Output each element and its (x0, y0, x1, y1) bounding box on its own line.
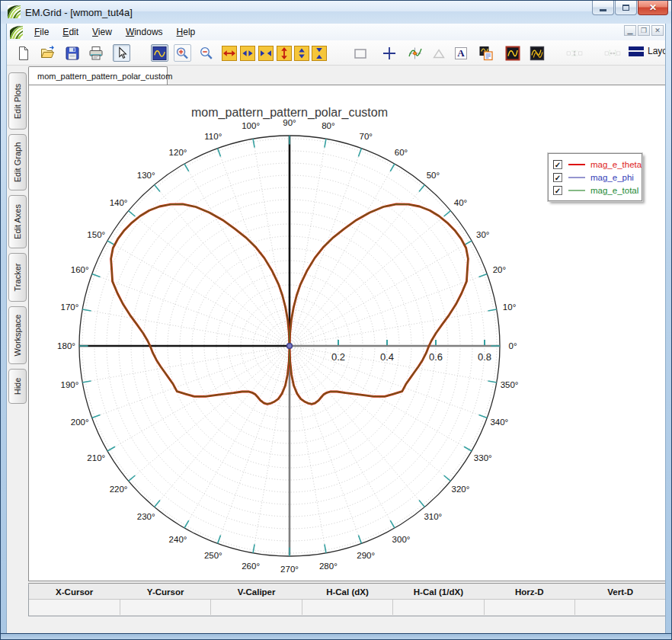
save-button[interactable] (63, 44, 81, 62)
angle-tick (92, 274, 101, 277)
legend-checkbox-mag_e_total[interactable]: ✓ (553, 186, 562, 195)
report-view-button[interactable] (477, 44, 494, 62)
arrows-out-x-button[interactable] (238, 44, 256, 62)
single-graph-button[interactable] (504, 44, 521, 62)
mdi-minimize-button[interactable]: ▁ (624, 25, 636, 36)
zoom-out-button[interactable] (197, 44, 215, 62)
tracker-point-button[interactable] (406, 44, 424, 62)
zoom-in-button[interactable] (174, 44, 191, 62)
draw-rectangle-button[interactable] (351, 44, 369, 62)
angle-label: 300° (392, 535, 411, 544)
arrows-out-x-icon (239, 45, 256, 62)
triangle-marker-icon (430, 45, 447, 62)
crosshair-button[interactable] (380, 44, 398, 62)
menu-bar: FileEditViewWindowsHelp ▁ ❐ ✕ (7, 24, 667, 40)
angle-label: 190° (61, 380, 79, 389)
horizontal-spacing-button (597, 44, 629, 62)
status-header-h-cal-dx-: H-Cal (dX) (302, 584, 392, 599)
expand-y-button[interactable] (275, 44, 293, 62)
sidebar-tab-workspace[interactable]: Workspace (8, 306, 27, 364)
multi-graph-icon (529, 45, 546, 62)
text-annotation-button[interactable]: A (452, 44, 469, 62)
menu-edit[interactable]: Edit (56, 24, 85, 40)
status-header-y-cursor: Y-Cursor (120, 584, 210, 599)
arrows-in-x-button[interactable] (257, 44, 274, 62)
menu-help[interactable]: Help (170, 24, 203, 40)
window-frame-right (665, 1, 671, 639)
document-tab[interactable]: mom_pattern_pattern_polar_custom (28, 66, 168, 85)
angle-tick (488, 381, 496, 382)
angle-label: 310° (424, 512, 442, 521)
arrows-in-y-icon (311, 45, 328, 62)
angle-label: 230° (137, 512, 155, 521)
sidebar-tab-label: Workspace (13, 315, 22, 357)
angle-tick (82, 381, 91, 382)
angle-tick (129, 211, 136, 216)
status-header-h-cal-1-dx-: H-Cal (1/dX) (393, 584, 484, 599)
grid-spoke (218, 149, 290, 346)
menu-windows[interactable]: Windows (119, 24, 170, 40)
status-value-cell (120, 600, 212, 615)
sidebar-tab-edit-axes[interactable]: Edit Axes (8, 195, 27, 248)
grid-spoke (290, 211, 450, 346)
mdi-restore-button[interactable]: ❐ (638, 25, 650, 36)
fit-view-button[interactable] (151, 44, 168, 62)
radial-tick-label: 0.4 (380, 351, 394, 363)
angle-tick (358, 149, 361, 157)
sidebar-tab-edit-plots[interactable]: Edit Plots (8, 72, 27, 130)
document-tab-bar: mom_pattern_pattern_polar_custom (28, 66, 667, 85)
sidebar-tab-hide[interactable]: Hide (8, 369, 27, 404)
legend-line-swatch (568, 190, 585, 191)
legend-label: mag_e_phi (590, 173, 634, 182)
expand-x-button[interactable] (220, 44, 238, 62)
status-value-cell (393, 600, 485, 615)
status-header-horz-d: Horz-D (484, 584, 574, 599)
angle-label: 20° (493, 265, 506, 274)
close-button[interactable]: ✕ (638, 1, 668, 15)
mdi-close-button[interactable]: ✕ (651, 25, 664, 36)
grid-spoke (184, 164, 290, 346)
angle-label: 100° (242, 121, 260, 130)
menu-file[interactable]: File (27, 24, 56, 40)
new-document-button[interactable] (14, 44, 32, 62)
report-view-icon (478, 45, 494, 62)
sidebar-tab-label: Hide (13, 378, 22, 395)
maximize-button[interactable] (615, 1, 637, 15)
legend-checkbox-mag_e_theta[interactable]: ✓ (553, 160, 562, 169)
minimize-icon (600, 9, 606, 11)
select-cursor-icon (114, 45, 130, 62)
select-cursor-button[interactable] (113, 44, 130, 62)
multi-graph-button[interactable] (528, 44, 546, 62)
save-icon (64, 45, 81, 62)
angle-label: 200° (71, 418, 89, 427)
zoom-out-icon (198, 45, 215, 62)
open-file-button[interactable] (39, 44, 56, 62)
grid-spoke (155, 346, 290, 507)
arrows-in-y-button[interactable] (310, 44, 328, 62)
titlebar: EM.Grid - [wmom_tut4a] ✕ (1, 1, 672, 24)
print-button[interactable] (87, 44, 104, 62)
layout-icon (629, 46, 644, 56)
minimize-button[interactable] (592, 1, 614, 15)
angle-label: 60° (395, 148, 408, 157)
expand-x-icon (221, 45, 238, 62)
angle-label: 350° (501, 380, 519, 389)
fit-view-icon (152, 45, 168, 62)
angle-label: 240° (169, 535, 187, 544)
sidebar-tab-tracker[interactable]: Tracker (8, 253, 27, 302)
tracker-point-icon (407, 45, 424, 62)
angle-label: 30° (476, 230, 489, 239)
angle-tick (488, 309, 496, 311)
angle-label: 170° (61, 302, 79, 312)
arrows-out-y-button[interactable] (293, 44, 310, 62)
application-window: EM.Grid - [wmom_tut4a] ✕ FileEditViewWin… (0, 0, 672, 640)
angle-label: 220° (110, 485, 128, 494)
legend-checkbox-mag_e_phi[interactable]: ✓ (553, 173, 562, 182)
window-title: EM.Grid - [wmom_tut4a] (25, 7, 133, 18)
grid-spoke (92, 346, 290, 418)
draw-rectangle-icon (352, 45, 369, 62)
sidebar-tab-label: Tracker (13, 264, 22, 292)
mdi-system-icon[interactable] (10, 26, 23, 39)
sidebar-tab-edit-graph[interactable]: Edit Graph (8, 134, 27, 190)
menu-view[interactable]: View (85, 24, 119, 40)
